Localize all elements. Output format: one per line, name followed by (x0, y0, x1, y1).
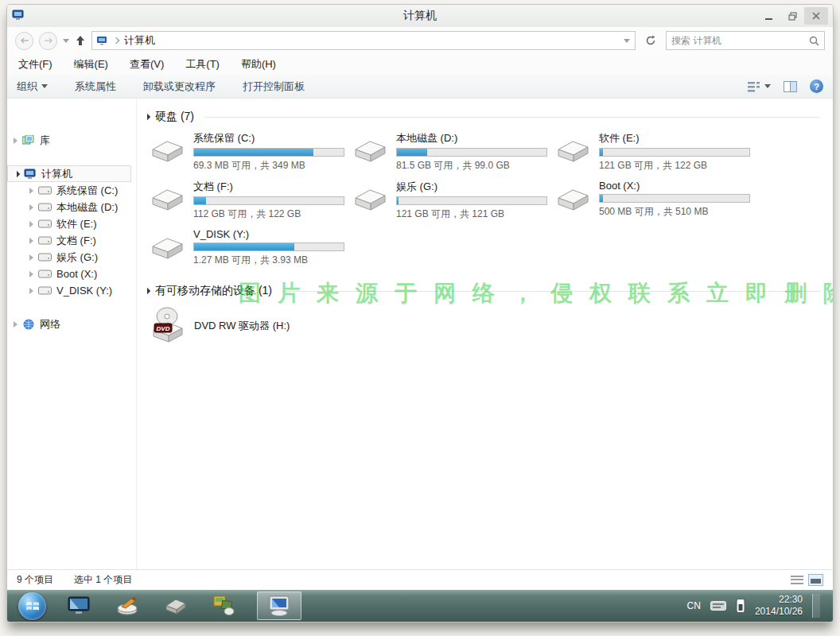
sidebar-item-drive-g[interactable]: 娱乐 (G:) (7, 249, 136, 266)
sidebar-item-drive-d[interactable]: 本地磁盘 (D:) (7, 199, 136, 215)
help-button[interactable] (810, 80, 823, 93)
forward-icon (44, 37, 53, 45)
start-button[interactable] (18, 592, 46, 620)
drive-item-e[interactable]: 软件 (E:) 121 GB 可用，共 122 GB (554, 131, 756, 171)
taskbar-clock[interactable]: 22:30 2014/10/26 (755, 594, 803, 618)
group-rule (282, 291, 820, 292)
menu-file[interactable]: 文件(F) (18, 57, 52, 72)
menu-edit[interactable]: 编辑(E) (74, 57, 108, 72)
restore-button[interactable] (780, 7, 804, 25)
views-button[interactable] (748, 81, 771, 92)
status-bar: 9 个项目 选中 1 个项目 (7, 569, 833, 590)
search-box[interactable] (666, 31, 825, 50)
taskbar-app-media[interactable] (208, 591, 240, 620)
battery-tray-icon[interactable] (736, 598, 745, 614)
hard-drive-icon (554, 138, 592, 165)
sidebar-item-label: Boot (X:) (56, 268, 97, 280)
computer-icon (24, 169, 37, 179)
expand-icon[interactable] (29, 221, 33, 227)
forward-button[interactable] (39, 32, 57, 50)
expand-icon[interactable] (29, 271, 33, 277)
drive-icon (38, 286, 52, 295)
recent-pages-dropdown[interactable] (63, 39, 69, 43)
sidebar-item-label: 文档 (F:) (56, 234, 96, 248)
address-dropdown-icon[interactable] (624, 39, 630, 43)
capacity-bar (193, 242, 344, 251)
sidebar-item-computer[interactable]: 计算机 (7, 165, 131, 182)
cleanup-tool-icon (115, 595, 139, 616)
up-button[interactable] (75, 35, 86, 46)
taskbar-app-drive[interactable] (160, 591, 192, 620)
sidebar-item-network[interactable]: 网络 (7, 316, 136, 332)
breadcrumb-separator (113, 37, 119, 44)
search-icon (809, 36, 819, 46)
refresh-button[interactable] (641, 31, 660, 50)
dvd-drive-item[interactable]: DVD DVD RW 驱动器 (H:) (148, 305, 820, 347)
control-panel-button[interactable]: 打开控制面板 (243, 80, 305, 94)
hard-drive-icon (351, 138, 389, 165)
explorer-window: 计算机 计算机 (6, 4, 834, 622)
drive-item-g[interactable]: 娱乐 (G:) 121 GB 可用，共 121 GB (351, 180, 554, 219)
expand-icon[interactable] (14, 138, 18, 144)
taskbar-app-cleanup-tool[interactable] (111, 591, 143, 620)
close-button[interactable] (804, 7, 828, 25)
language-indicator[interactable]: CN (687, 600, 701, 611)
thumbnail-view-button[interactable] (808, 574, 823, 586)
expand-icon[interactable] (29, 204, 33, 211)
group-header-hard-disks[interactable]: 硬盘 (7) (145, 110, 820, 124)
sidebar-item-drive-y[interactable]: V_DISK (Y:) (7, 282, 136, 299)
navigation-pane: 库 计算机 系统保留 (C:) 本地磁盘 (D:) 软件 (E:) (7, 99, 137, 569)
details-view-button[interactable] (791, 575, 803, 585)
refresh-icon (645, 35, 656, 46)
network-icon (22, 319, 35, 330)
preview-pane-button[interactable] (784, 81, 797, 92)
system-tray: CN 22:30 2014/10/26 (687, 594, 833, 618)
drive-item-x[interactable]: Boot (X:) 500 MB 可用，共 510 MB (554, 180, 756, 219)
drive-item-f[interactable]: 文档 (F:) 112 GB 可用，共 122 GB (148, 180, 351, 219)
taskbar-app-computer-active[interactable] (257, 591, 301, 620)
sidebar-item-drive-f[interactable]: 文档 (F:) (7, 232, 136, 249)
keyboard-tray-icon[interactable] (710, 601, 726, 611)
expand-icon[interactable] (14, 321, 18, 328)
organize-button[interactable]: 组织 (17, 80, 48, 94)
menu-tools[interactable]: 工具(T) (185, 57, 220, 72)
drive-name: Boot (X:) (599, 180, 750, 192)
menu-view[interactable]: 查看(V) (130, 57, 164, 72)
capacity-fill (600, 149, 603, 156)
system-properties-button[interactable]: 系统属性 (75, 80, 116, 94)
uninstall-program-button[interactable]: 卸载或更改程序 (143, 80, 216, 94)
hard-drive-icon (351, 186, 389, 213)
expand-icon[interactable] (29, 188, 33, 194)
expand-icon[interactable] (29, 254, 33, 261)
capacity-fill (194, 149, 313, 156)
sidebar-item-label: 软件 (E:) (56, 217, 97, 231)
expand-icon[interactable] (29, 238, 33, 244)
show-desktop-button[interactable] (812, 594, 820, 618)
taskbar-app-display[interactable] (63, 591, 95, 620)
drive-item-y[interactable]: V_DISK (Y:) 1.27 MB 可用，共 3.93 MB (148, 228, 351, 268)
sidebar-item-drive-c[interactable]: 系统保留 (C:) (7, 182, 136, 199)
hard-drive-icon (554, 186, 592, 213)
collapse-icon[interactable] (14, 170, 20, 176)
drive-name: 娱乐 (G:) (396, 180, 547, 194)
sidebar-item-drive-x[interactable]: Boot (X:) (7, 266, 136, 282)
capacity-fill (194, 197, 206, 204)
drive-item-d[interactable]: 本地磁盘 (D:) 81.5 GB 可用，共 99.0 GB (351, 131, 554, 171)
back-button[interactable] (15, 32, 33, 50)
sidebar-item-libraries[interactable]: 库 (7, 132, 136, 149)
group-header-removable[interactable]: 有可移动存储的设备 (1) (145, 284, 820, 298)
command-bar: 组织 系统属性 卸载或更改程序 打开控制面板 (7, 75, 833, 99)
drive-caption: 69.3 MB 可用，共 349 MB (193, 159, 344, 173)
sidebar-item-drive-e[interactable]: 软件 (E:) (7, 215, 136, 232)
sidebar-item-label: 本地磁盘 (D:) (56, 200, 118, 215)
search-input[interactable] (671, 35, 809, 46)
sidebar-item-label: 网络 (40, 317, 60, 332)
group-collapse-icon (144, 288, 150, 294)
minimize-button[interactable] (756, 7, 780, 25)
drive-grid: 系统保留 (C:) 69.3 MB 可用，共 349 MB 本地磁盘 (D:) … (148, 131, 820, 268)
expand-icon[interactable] (29, 288, 33, 294)
drive-item-c[interactable]: 系统保留 (C:) 69.3 MB 可用，共 349 MB (148, 131, 351, 171)
address-bar[interactable]: 计算机 (91, 31, 636, 50)
breadcrumb[interactable]: 计算机 (124, 33, 155, 48)
menu-help[interactable]: 帮助(H) (241, 57, 276, 72)
